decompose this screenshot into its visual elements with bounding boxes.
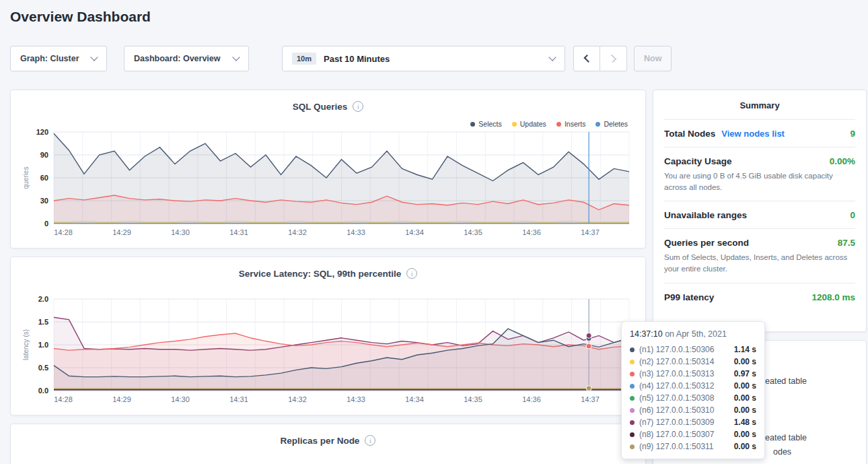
- chevron-right-icon: [608, 55, 617, 63]
- legend-dot-icon: [556, 122, 561, 127]
- tooltip-node-value: 0.97 s: [734, 369, 756, 378]
- summary-label: P99 latency: [664, 292, 714, 302]
- tooltip-row: (n1) 127.0.0.1:503061.14 s: [630, 343, 756, 356]
- legend-label: Deletes: [604, 120, 628, 128]
- legend-item-updates[interactable]: Updates: [512, 120, 546, 128]
- event-text-fragment: eated table: [765, 433, 807, 442]
- tooltip-header: 14:37:10 on Apr 5th, 2021: [630, 329, 756, 339]
- svg-text:14:33: 14:33: [347, 395, 365, 403]
- svg-text:14:28: 14:28: [54, 395, 73, 403]
- summary-value: 1208.0 ms: [811, 292, 855, 302]
- time-range-selector[interactable]: 10m Past 10 Minutes: [282, 46, 565, 71]
- tooltip-row: (n5) 127.0.0.1:503080.00 s: [630, 392, 756, 404]
- summary-label: Total Nodes: [664, 129, 715, 139]
- legend-dot-icon: [512, 122, 517, 127]
- legend-label: Selects: [478, 120, 501, 128]
- svg-text:14:36: 14:36: [522, 228, 541, 236]
- svg-text:14:35: 14:35: [464, 228, 482, 236]
- svg-text:14:35: 14:35: [464, 395, 482, 403]
- chevron-down-icon: [90, 53, 98, 61]
- legend-item-inserts[interactable]: Inserts: [556, 120, 586, 128]
- series-dot-icon: [630, 384, 635, 389]
- legend-dot-icon: [595, 122, 600, 127]
- summary-value: 87.5: [838, 238, 855, 248]
- summary-value: 9: [850, 129, 855, 139]
- series-dot-icon: [630, 372, 635, 376]
- tooltip-row: (n7) 127.0.0.1:503091.48 s: [630, 416, 756, 428]
- info-icon[interactable]: i: [365, 435, 375, 446]
- series-dot-icon: [630, 408, 635, 413]
- summary-row-capacity: Capacity Usage 0.00% You are using 0 B o…: [664, 147, 855, 201]
- tooltip-node-value: 0.00 s: [734, 430, 756, 439]
- dashboard-dropdown[interactable]: Dashboard: Overview: [124, 46, 249, 71]
- time-next-button[interactable]: [600, 46, 627, 71]
- sql-legend: SelectsUpdatesInsertsDeletes: [470, 120, 628, 128]
- tooltip-date: on Apr 5th, 2021: [663, 329, 727, 339]
- tooltip-row: (n9) 127.0.0.1:503110.00 s: [630, 440, 756, 453]
- tooltip-row: (n3) 127.0.0.1:503130.97 s: [630, 368, 756, 380]
- svg-text:1.5: 1.5: [38, 318, 48, 326]
- sql-queries-title: SQL Queries i: [11, 101, 645, 112]
- tooltip-node-label: (n4) 127.0.0.1:50312: [639, 381, 730, 391]
- summary-value: 0: [850, 210, 855, 220]
- series-dot-icon: [630, 347, 635, 352]
- sql-queries-card: SQL Queries i SelectsUpdatesInsertsDelet…: [10, 90, 646, 248]
- svg-text:14:31: 14:31: [229, 228, 248, 236]
- legend-item-selects[interactable]: Selects: [470, 120, 501, 128]
- tooltip-node-value: 0.00 s: [734, 442, 756, 451]
- tooltip-node-label: (n9) 127.0.0.1:50311: [639, 442, 730, 451]
- series-dot-icon: [630, 396, 635, 401]
- time-prev-button[interactable]: [573, 46, 600, 71]
- svg-text:14:37: 14:37: [581, 395, 600, 403]
- svg-text:14:30: 14:30: [171, 228, 190, 236]
- summary-row-p99: P99 latency 1208.0 ms: [664, 284, 855, 310]
- summary-title: Summary: [664, 90, 855, 120]
- summary-label: Capacity Usage: [664, 156, 732, 166]
- latency-card: Service Latency: SQL, 99th percentile i …: [10, 257, 646, 416]
- view-nodes-list-link[interactable]: View nodes list: [721, 129, 785, 139]
- summary-label: Unavailable ranges: [664, 210, 747, 220]
- sql-queries-chart[interactable]: 030609012014:2814:2914:3014:3114:3214:33…: [20, 128, 636, 249]
- svg-text:14:30: 14:30: [171, 395, 190, 403]
- svg-text:60: 60: [40, 174, 48, 182]
- now-button[interactable]: Now: [634, 46, 672, 71]
- svg-text:14:32: 14:32: [288, 228, 307, 236]
- tooltip-node-value: 1.14 s: [734, 345, 756, 354]
- tooltip-rows: (n1) 127.0.0.1:503061.14 s(n2) 127.0.0.1…: [630, 343, 756, 453]
- info-icon[interactable]: i: [353, 101, 363, 112]
- tooltip-node-value: 0.00 s: [734, 357, 756, 366]
- tooltip-node-label: (n3) 127.0.0.1:50313: [639, 369, 730, 378]
- summary-label: Queries per second: [664, 238, 749, 248]
- tooltip-node-label: (n1) 127.0.0.1:50306: [639, 345, 730, 354]
- dashboard-dropdown-label: Dashboard: Overview: [134, 54, 221, 63]
- legend-item-deletes[interactable]: Deletes: [595, 120, 628, 128]
- svg-text:0.0: 0.0: [38, 387, 48, 395]
- svg-text:14:34: 14:34: [405, 395, 424, 403]
- svg-text:14:31: 14:31: [229, 395, 248, 403]
- tooltip-node-label: (n6) 127.0.0.1:50310: [639, 405, 730, 415]
- latency-title: Service Latency: SQL, 99th percentile i: [11, 268, 645, 279]
- event-text-fragment: odes: [773, 447, 791, 457]
- tooltip-node-value: 1.48 s: [734, 418, 756, 427]
- svg-text:14:29: 14:29: [112, 395, 131, 403]
- time-range-label: Past 10 Minutes: [324, 54, 544, 64]
- graph-dropdown[interactable]: Graph: Cluster: [10, 46, 107, 71]
- latency-chart[interactable]: 0.00.51.01.52.014:2814:2914:3014:3114:32…: [20, 295, 636, 416]
- svg-text:14:28: 14:28: [54, 228, 73, 236]
- svg-text:90: 90: [40, 151, 48, 159]
- toolbar: Graph: Cluster Dashboard: Overview 10m P…: [10, 46, 672, 71]
- tooltip-node-value: 0.00 s: [734, 393, 756, 403]
- tooltip-node-value: 0.00 s: [734, 381, 756, 391]
- time-range-badge: 10m: [292, 53, 316, 65]
- graph-dropdown-label: Graph: Cluster: [20, 54, 79, 63]
- tooltip-row: (n2) 127.0.0.1:503140.00 s: [630, 356, 756, 368]
- page-title: Overview Dashboard: [10, 9, 151, 25]
- summary-value: 0.00%: [830, 156, 855, 166]
- svg-text:14:34: 14:34: [405, 228, 424, 236]
- legend-label: Updates: [520, 120, 546, 128]
- svg-text:14:29: 14:29: [112, 228, 131, 236]
- series-dot-icon: [630, 360, 635, 364]
- replicas-card: Replicas per Node i: [10, 424, 646, 464]
- info-icon[interactable]: i: [406, 268, 417, 279]
- summary-description: Sum of Selects, Updates, Inserts, and De…: [664, 252, 855, 274]
